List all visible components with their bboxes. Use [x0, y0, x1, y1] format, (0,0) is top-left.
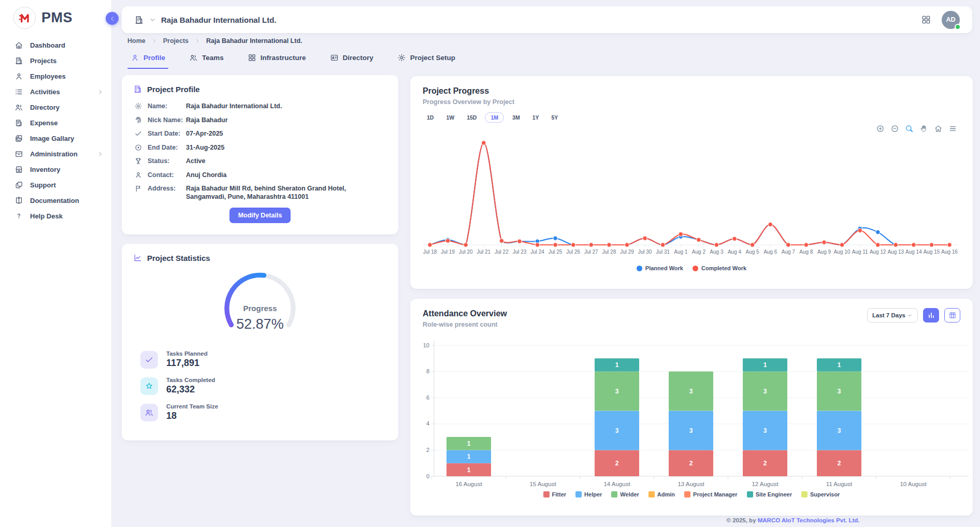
svg-text:3: 3 — [763, 427, 767, 434]
range-button-1d[interactable]: 1D — [423, 112, 438, 123]
gauge-value: 52.87% — [133, 316, 387, 332]
svg-text:1: 1 — [467, 453, 471, 460]
range-button-15d[interactable]: 15D — [463, 112, 481, 123]
svg-text:3: 3 — [763, 388, 767, 395]
attendance-controls: Last 7 Days — [867, 308, 960, 323]
activities-icon — [15, 87, 23, 96]
table-view-button[interactable] — [944, 308, 960, 323]
svg-text:Aug 16: Aug 16 — [941, 249, 958, 255]
chevron-down-icon — [149, 17, 156, 23]
sidebar-item-directory[interactable]: Directory — [0, 99, 111, 115]
footer-text: © 2025, by — [726, 517, 757, 523]
team-icon — [15, 103, 23, 112]
sidebar-item-image-gallary[interactable]: Image Gallary — [0, 130, 111, 146]
legend-swatch — [611, 491, 617, 497]
sidebar-item-administration[interactable]: Administration — [0, 146, 111, 162]
tab-teams[interactable]: Teams — [189, 53, 224, 69]
sidebar-item-employees[interactable]: Employees — [0, 68, 111, 84]
stat-value: 62,332 — [166, 384, 215, 395]
sidebar-item-inventory[interactable]: Inventory — [0, 162, 111, 177]
gauge-label: Progress — [133, 304, 387, 313]
sidebar-item-activities[interactable]: Activities — [0, 84, 111, 99]
sidebar-item-documentation[interactable]: Documentation — [0, 193, 111, 208]
help-icon — [15, 212, 23, 221]
time-range-buttons: 1D1W15D1M3M1Y5Y — [423, 112, 960, 123]
svg-text:Aug 14: Aug 14 — [905, 249, 922, 255]
sidebar-item-projects[interactable]: Projects — [0, 53, 111, 68]
sidebar-item-label: Activities — [30, 88, 60, 96]
sidebar-collapse-button[interactable] — [106, 12, 119, 25]
breadcrumb-item-projects[interactable]: Projects — [163, 37, 189, 45]
range-button-1m[interactable]: 1M — [485, 112, 504, 123]
legend-site-engineer[interactable]: Site Engineer — [747, 491, 792, 497]
logo: PMS — [0, 0, 111, 29]
range-button-1w[interactable]: 1W — [442, 112, 458, 123]
svg-text:16 August: 16 August — [455, 481, 482, 487]
legend-supervisor[interactable]: Supervisor — [801, 491, 840, 497]
sidebar-item-expense[interactable]: Expense — [0, 115, 111, 130]
range-button-3m[interactable]: 3M — [508, 112, 524, 123]
legend-fitter[interactable]: Fitter — [543, 491, 567, 497]
company-selector[interactable]: Raja Bahadur International Ltd. — [134, 15, 277, 25]
legend-completed-work[interactable]: Completed Work — [693, 265, 746, 271]
sidebar-item-label: Dashboard — [30, 41, 65, 49]
bar-view-button[interactable] — [923, 308, 939, 323]
legend-welder[interactable]: Welder — [611, 491, 639, 497]
attendance-range-select[interactable]: Last 7 Days — [867, 308, 918, 323]
legend-label: Supervisor — [810, 491, 840, 497]
profile-row-label: Status: — [148, 157, 186, 165]
legend-admin[interactable]: Admin — [648, 491, 675, 497]
legend-project-manager[interactable]: Project Manager — [684, 491, 738, 497]
tab-directory[interactable]: Directory — [330, 53, 373, 69]
project-statistics-title-text: Project Statistics — [147, 254, 210, 262]
sidebar-item-label: Image Gallary — [30, 135, 74, 142]
svg-text:Aug 6: Aug 6 — [763, 249, 777, 255]
tab-profile[interactable]: Profile — [131, 53, 165, 69]
svg-text:3: 3 — [615, 388, 619, 395]
profile-row-value: Raja Bahadur Mill Rd, behind Sheraton Gr… — [186, 184, 379, 201]
sidebar-item-dashboard[interactable]: Dashboard — [0, 37, 111, 53]
svg-text:2: 2 — [763, 460, 767, 467]
topbar: Raja Bahadur International Ltd. AD — [122, 6, 972, 33]
avatar-initials: AD — [946, 16, 955, 23]
svg-text:3: 3 — [615, 427, 619, 434]
range-button-1y[interactable]: 1Y — [528, 112, 543, 123]
trophy-icon — [134, 157, 142, 165]
footer-link[interactable]: MARCO AIoT Technologies Pvt. Ltd. — [758, 517, 860, 523]
sidebar-item-help-desk[interactable]: Help Desk — [0, 208, 111, 224]
apps-grid-button[interactable] — [921, 14, 931, 25]
profile-row-label: Address: — [148, 184, 186, 193]
svg-text:10 August: 10 August — [900, 481, 927, 487]
legend-planned-work[interactable]: Planned Work — [637, 265, 683, 271]
tab-infrastructure[interactable]: Infrastructure — [248, 53, 306, 69]
svg-text:Aug 1: Aug 1 — [674, 249, 688, 255]
range-button-5y[interactable]: 5Y — [547, 112, 562, 123]
avatar[interactable]: AD — [942, 11, 960, 29]
table-view-icon — [948, 311, 957, 319]
sidebar-item-support[interactable]: Support — [0, 177, 111, 193]
modify-details-button[interactable]: Modify Details — [229, 208, 291, 223]
breadcrumb-item-home[interactable]: Home — [127, 37, 146, 45]
chevron-right-icon — [97, 89, 103, 95]
logo-icon — [13, 7, 36, 29]
tab-project-setup[interactable]: Project Setup — [397, 53, 455, 69]
user-icon — [15, 72, 23, 81]
svg-text:3: 3 — [689, 427, 693, 434]
apps-grid-icon — [921, 14, 931, 25]
svg-text:Jul 25: Jul 25 — [549, 249, 563, 255]
svg-text:Aug 2: Aug 2 — [692, 249, 706, 255]
legend-swatch — [543, 491, 550, 497]
legend-helper[interactable]: Helper — [575, 491, 602, 497]
svg-text:1: 1 — [615, 361, 619, 369]
team-icon — [189, 53, 198, 62]
profile-row-label: Name: — [148, 102, 186, 110]
svg-text:Jul 27: Jul 27 — [584, 249, 598, 255]
svg-text:11 August: 11 August — [826, 481, 853, 487]
svg-text:2: 2 — [615, 460, 619, 467]
stat-text: Tasks Planned117,891 — [166, 350, 208, 369]
legend-label: Project Manager — [693, 491, 738, 497]
user-icon — [131, 53, 139, 62]
sidebar-item-label: Documentation — [30, 197, 79, 204]
project-profile-card: Project Profile Name:Raja Bahadur Intern… — [122, 75, 398, 235]
project-profile-icon — [133, 84, 142, 94]
